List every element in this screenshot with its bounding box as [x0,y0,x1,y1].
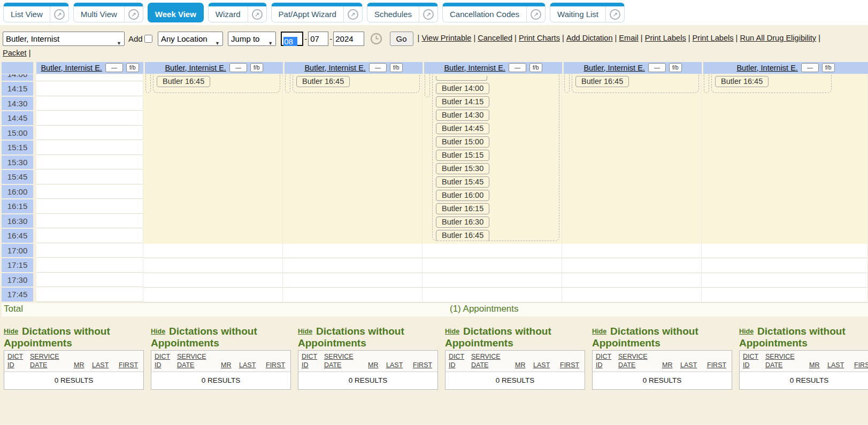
link-print-charts[interactable]: Print Charts [519,34,560,42]
open-slot[interactable] [36,273,143,288]
open-slot[interactable] [36,140,143,155]
hide-link[interactable]: Hide [739,328,754,335]
tab-popout[interactable]: ↗ [605,6,624,22]
tab-popout[interactable]: ↗ [248,6,266,22]
tab-popout[interactable]: ↗ [343,6,362,22]
appointment-button[interactable]: Butler 16:45 [157,76,210,87]
provider-name-link[interactable]: Butler, Internist E. [583,64,644,72]
tab-waiting-list[interactable]: Waiting List ↗ [550,3,625,22]
open-slot[interactable] [283,258,422,273]
open-slot[interactable] [36,96,143,111]
open-slot[interactable] [423,258,562,273]
date-day-input[interactable] [308,32,328,46]
col-header-last[interactable]: LAST [680,361,707,369]
open-slot[interactable] [36,169,143,184]
col-header-mr[interactable]: MR [515,361,533,369]
col-header-service-date[interactable]: SERVICEDATE [765,352,809,369]
appointment-button[interactable]: Butler 15:15 [436,150,489,161]
link-run-all-drug-eligibility[interactable]: Run All Drug Eligibility [740,34,816,42]
appointment-button[interactable]: Butler 16:15 [436,203,489,214]
open-slot[interactable] [143,258,282,273]
col-header-dict-id[interactable]: DICTID [302,352,324,369]
go-button[interactable]: Go [390,32,413,46]
appointment-button[interactable]: Butler 16:00 [436,190,489,201]
tab-schedules[interactable]: Schedules ↗ [367,3,438,22]
appointment-button[interactable]: Butler 14:30 [436,110,489,121]
open-slot[interactable] [702,258,867,273]
appointment-button[interactable]: Butler 16:45 [575,76,629,87]
col-header-mr[interactable]: MR [74,361,92,369]
appointment-button-clipped[interactable] [436,76,487,81]
col-header-mr[interactable]: MR [809,361,827,369]
open-slot[interactable] [36,243,143,258]
open-slot[interactable] [283,273,422,288]
hide-link[interactable]: Hide [445,328,459,335]
col-header-dict-id[interactable]: DICTID [743,352,765,369]
provider-name-link[interactable]: Butler, Internist E. [165,64,226,72]
col-header-last[interactable]: LAST [533,361,560,369]
appointment-button[interactable]: Butler 15:45 [436,176,489,188]
col-header-mr[interactable]: MR [221,361,239,369]
appointment-button[interactable]: Butler 15:30 [436,163,489,174]
col-header-first[interactable]: FIRST [707,361,728,369]
collapse-column-button[interactable]: — [648,63,666,72]
col-header-last[interactable]: LAST [92,361,119,369]
appointment-button[interactable]: Butler 16:45 [715,76,769,87]
date-month-input[interactable]: 08 [281,32,303,46]
col-header-mr[interactable]: MR [368,361,386,369]
col-header-service-date[interactable]: SERVICEDATE [618,352,662,369]
date-year-input[interactable] [333,32,364,46]
open-slot[interactable] [36,81,143,96]
open-slot[interactable] [423,244,562,259]
tab-week-view[interactable]: Week View [148,3,204,22]
open-slot[interactable] [562,273,701,288]
col-header-dict-id[interactable]: DICTID [7,352,30,369]
tab-pat-appt-wizard[interactable]: Pat/Appt Wizard ↗ [271,3,363,22]
link-cancelled[interactable]: Cancelled [478,34,512,42]
appointment-button[interactable]: Butler 15:00 [436,136,489,148]
tab-popout[interactable]: ↗ [124,6,143,22]
fb-button[interactable]: f/b [529,63,542,72]
open-slot[interactable] [143,244,282,259]
collapse-column-button[interactable]: — [229,63,247,72]
col-header-service-date[interactable]: SERVICEDATE [177,352,221,369]
tab-multi-view[interactable]: Multi View ↗ [73,3,143,22]
col-header-last[interactable]: LAST [386,361,413,369]
col-header-dict-id[interactable]: DICTID [155,352,177,369]
open-slot[interactable] [36,258,143,273]
open-slot[interactable] [702,273,867,288]
link-print-labels-1[interactable]: Print Labels [645,34,686,42]
tab-list-view[interactable]: List View ↗ [3,3,69,22]
clock-icon[interactable] [370,33,382,45]
hide-link[interactable]: Hide [592,328,606,335]
provider-name-link[interactable]: Butler, Internist E. [444,64,505,72]
open-slot[interactable] [36,111,143,126]
collapse-column-button[interactable]: — [509,63,526,72]
link-email[interactable]: Email [619,34,639,42]
tab-wizard[interactable]: Wizard ↗ [208,3,267,22]
link-packet[interactable]: Packet [3,49,27,57]
open-slot[interactable] [283,244,422,259]
col-header-first[interactable]: FIRST [854,361,868,369]
open-slot[interactable] [562,258,701,273]
open-slot[interactable] [143,288,282,303]
appointment-button[interactable]: Butler 16:45 [296,76,350,87]
appointment-button[interactable]: Butler 14:15 [436,96,489,107]
link-view-printable[interactable]: View Printable [421,34,471,42]
col-header-dict-id[interactable]: DICTID [449,352,471,369]
open-slot[interactable] [702,244,867,259]
appointment-button[interactable]: Butler 16:45 [436,230,489,241]
link-print-labels-2[interactable]: Print Labels [693,34,734,42]
col-header-dict-id[interactable]: DICTID [596,352,618,369]
collapse-column-button[interactable]: — [105,63,123,72]
provider-select[interactable]: Butler, Internist [3,32,125,46]
add-checkbox[interactable] [144,35,152,43]
col-header-first[interactable]: FIRST [266,361,287,369]
location-select[interactable]: Any Location [158,32,223,46]
collapse-column-button[interactable]: — [801,63,819,72]
open-slot[interactable] [423,273,562,288]
tab-cancellation-codes[interactable]: Cancellation Codes ↗ [442,3,546,22]
appointment-button[interactable]: Butler 14:00 [436,83,489,94]
tab-popout[interactable]: ↗ [419,6,437,22]
open-slot[interactable] [702,288,867,303]
